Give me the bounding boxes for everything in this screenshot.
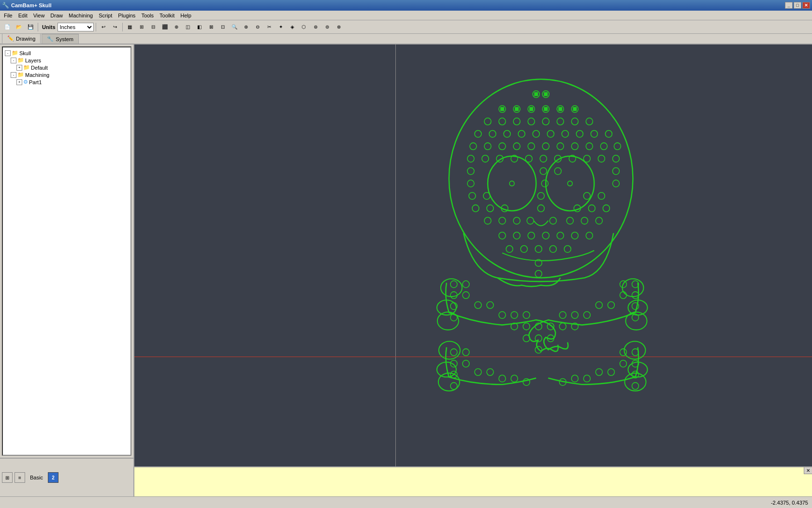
title-bar-controls: _ □ ✕ <box>785 2 810 9</box>
bottom-tab-grid[interactable]: ⊞ <box>2 472 13 483</box>
svg-point-120 <box>595 301 602 308</box>
svg-point-26 <box>528 118 535 125</box>
tb-zoom2[interactable]: ⊕ <box>241 22 251 32</box>
tb-grid2[interactable]: ⊞ <box>136 22 147 32</box>
tabs-bar: ✏️ Drawing 🔧 System <box>0 34 812 45</box>
tree-item-skull[interactable]: - 📁 Skull <box>5 49 129 57</box>
menu-draw[interactable]: Draw <box>47 12 66 19</box>
svg-point-75 <box>472 205 479 211</box>
tb-zoom3[interactable]: ⊖ <box>252 22 263 32</box>
tb-save[interactable]: 💾 <box>25 22 36 32</box>
menu-machining[interactable]: Machining <box>66 12 96 19</box>
tb-sep3 <box>122 23 123 31</box>
tb-new[interactable]: 📄 <box>2 22 13 32</box>
tb-tool1[interactable]: ✂ <box>264 22 275 32</box>
svg-point-36 <box>547 130 554 137</box>
layers-folder-icon: 📁 <box>17 57 24 63</box>
svg-point-121 <box>583 312 590 318</box>
tb-view2[interactable]: ⊕ <box>171 22 182 32</box>
menu-file[interactable]: File <box>1 12 15 19</box>
units-select[interactable]: Inches Millimeters <box>58 23 94 31</box>
tb-view4[interactable]: ◧ <box>194 22 205 32</box>
minimize-button[interactable]: _ <box>785 2 793 9</box>
tree-view[interactable]: - 📁 Skull - 📁 Layers + 📁 Default <box>2 46 131 456</box>
tb-zoom1[interactable]: 🔍 <box>229 22 240 32</box>
tb-view3[interactable]: ◫ <box>183 22 193 32</box>
svg-point-34 <box>518 130 525 137</box>
tree-expand-machining[interactable]: - <box>11 72 16 78</box>
tb-tool5[interactable]: ⊛ <box>310 22 321 32</box>
svg-point-134 <box>523 378 530 385</box>
tree-item-layers[interactable]: - 📁 Layers <box>5 57 129 64</box>
svg-point-40 <box>605 130 612 137</box>
svg-point-143 <box>583 375 590 382</box>
maximize-button[interactable]: □ <box>794 2 801 9</box>
tb-tool7[interactable]: ⊗ <box>334 22 344 32</box>
tb-undo[interactable]: ↩ <box>98 22 109 32</box>
tb-tool3[interactable]: ◈ <box>287 22 298 32</box>
tb-view5[interactable]: ⊠ <box>206 22 217 32</box>
bottom-tab-list[interactable]: ≡ <box>14 472 25 483</box>
svg-point-50 <box>600 143 607 149</box>
svg-point-141 <box>608 369 614 375</box>
tree-expand-part1[interactable]: + <box>16 79 22 85</box>
tb-view6[interactable]: ⊡ <box>218 22 228 32</box>
units-label: Units <box>42 24 56 30</box>
tree-label-part1: Part1 <box>29 79 42 85</box>
tree-expand-skull[interactable]: - <box>5 50 11 56</box>
tab-drawing[interactable]: ✏️ Drawing <box>2 33 41 44</box>
left-panel: - 📁 Skull - 📁 Layers + 📁 Default <box>0 45 134 496</box>
tree-expand-layers[interactable]: - <box>11 58 16 63</box>
svg-point-1 <box>488 156 536 211</box>
svg-point-90 <box>499 232 506 239</box>
svg-point-69 <box>612 180 619 187</box>
svg-rect-160 <box>534 92 538 96</box>
toolbar: 📄 📂 💾 Units Inches Millimeters ↩ ↪ ▦ ⊞ ⊟… <box>0 20 812 34</box>
svg-point-149 <box>523 323 530 330</box>
svg-point-61 <box>598 155 605 162</box>
menu-help[interactable]: Help <box>177 12 194 19</box>
tree-item-part1[interactable]: + ⚙ Part1 <box>5 78 129 86</box>
tb-tool6[interactable]: ⊚ <box>322 22 333 32</box>
menu-plugins[interactable]: Plugins <box>115 12 138 19</box>
tb-tool2[interactable]: ✦ <box>276 22 286 32</box>
bottom-tab-2[interactable]: 2 <box>48 472 58 483</box>
menu-tools[interactable]: Tools <box>138 12 157 19</box>
svg-point-127 <box>463 349 469 356</box>
close-button[interactable]: ✕ <box>802 2 810 9</box>
menu-script[interactable]: Script <box>96 12 115 19</box>
tab-system-label: System <box>56 36 73 42</box>
tb-redo[interactable]: ↪ <box>110 22 120 32</box>
tb-open[interactable]: 📂 <box>14 22 24 32</box>
tb-view1[interactable]: ⬛ <box>160 22 170 32</box>
menu-toolkit[interactable]: Toolkit <box>157 12 177 19</box>
tree-expand-default[interactable]: + <box>16 65 22 71</box>
svg-point-85 <box>527 217 534 224</box>
menu-edit[interactable]: Edit <box>15 12 30 19</box>
svg-point-2 <box>546 156 594 211</box>
tree-label-machining: Machining <box>25 72 49 78</box>
svg-point-119 <box>608 301 614 308</box>
menu-view[interactable]: View <box>30 12 48 19</box>
tree-item-machining[interactable]: - 📁 Machining <box>5 71 129 78</box>
canvas-area[interactable]: // This won't run in SVG context, so we'… <box>134 45 812 466</box>
tree-item-default[interactable]: + 📁 Default <box>5 64 129 71</box>
status-bar: -2.4375, 0.4375 <box>0 496 812 508</box>
svg-point-33 <box>504 130 510 137</box>
svg-point-96 <box>586 232 593 239</box>
title-bar: 🔧 CamBam+ Skull _ □ ✕ <box>0 0 812 11</box>
tb-tool4[interactable]: ⬡ <box>299 22 309 32</box>
console-close-btn[interactable]: ✕ <box>804 467 812 474</box>
tb-grid1[interactable]: ▦ <box>125 22 135 32</box>
tb-grid3[interactable]: ⊟ <box>148 22 159 32</box>
svg-point-52 <box>467 155 474 162</box>
tab-system[interactable]: 🔧 System <box>42 34 79 44</box>
svg-point-91 <box>513 232 520 239</box>
svg-point-158 <box>509 181 514 186</box>
svg-point-49 <box>586 143 593 149</box>
svg-point-27 <box>542 118 549 125</box>
svg-point-41 <box>470 143 477 149</box>
svg-point-66 <box>612 167 619 174</box>
bottom-tab-basic[interactable]: Basic <box>27 474 46 481</box>
svg-point-12 <box>624 341 645 359</box>
